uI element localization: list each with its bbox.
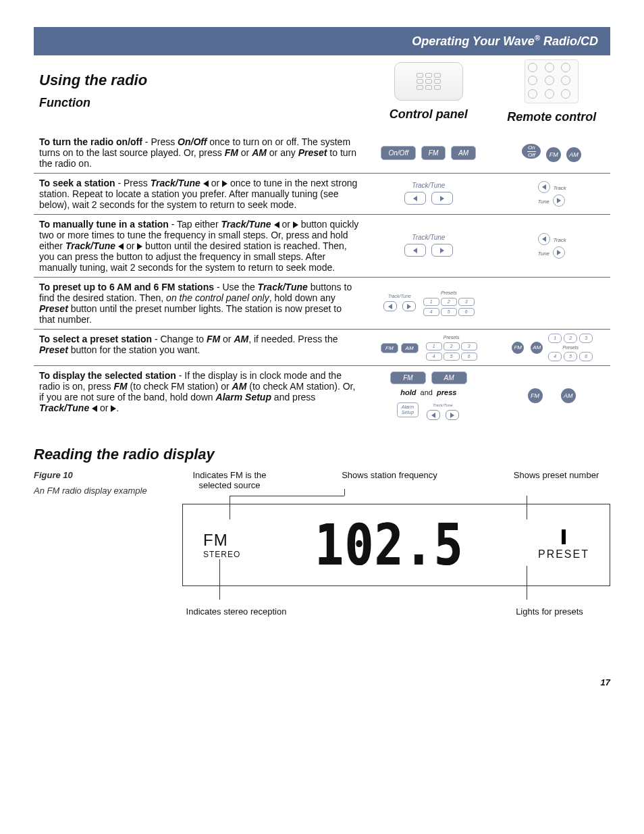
chapter-header: Operating Your Wave® Radio/CD [34,27,610,55]
figure-label: Figure 10 [34,470,169,480]
cp-track-next[interactable] [402,301,416,311]
function-lead: To display the selected station [39,370,176,381]
triangle-left-icon [413,248,417,253]
rc-am-button[interactable]: AM [561,388,576,403]
cp-preset-6[interactable]: 6 [461,353,477,361]
cp-track-prev[interactable] [427,410,440,420]
callout-presets-light: Lights for presets [489,606,610,617]
cp-fm-button[interactable]: FM [381,343,398,353]
triangle-left-icon [92,405,97,412]
section-title: Using the radio [39,72,358,89]
table-row: To seek a station - Press Track/Tune or … [34,174,610,215]
cp-preset-grid: Presets 123 456 [423,290,475,317]
cp-track-prev[interactable] [404,244,426,257]
control-panel-cell: On/Off FM AM [364,132,493,174]
rc-preset-grid: 1 2 3 Presets 4 5 6 [548,334,593,361]
cp-preset-5[interactable]: 5 [441,308,457,316]
cp-preset-1[interactable]: 1 [426,342,442,350]
rc-am-button[interactable]: AM [531,342,543,354]
rc-preset-2[interactable]: 2 [564,334,577,343]
cp-track-next[interactable] [431,192,453,205]
remote-cell: OnOff FM AM [493,132,610,174]
cp-preset-3[interactable]: 3 [461,342,477,350]
cp-track-prev[interactable] [383,301,397,311]
rc-preset-1[interactable]: 1 [548,334,562,343]
lcd-right: PRESET [538,529,589,561]
page-number: 17 [34,677,610,687]
function-lead: To manually tune in a station [39,219,169,230]
cp-tracktune-label: Track/Tune [369,234,487,241]
triangle-right-icon [450,413,454,418]
control-panel-cell: FMAM Presets 123 456 [364,330,493,366]
cp-preset-1[interactable]: 1 [423,298,439,306]
remote-cell [493,278,610,330]
rc-preset-3[interactable]: 3 [579,334,593,343]
cp-preset-4[interactable]: 4 [426,353,442,361]
cp-am-button[interactable]: AM [401,343,419,353]
rc-preset-5[interactable]: 5 [564,352,577,361]
triangle-right-icon [557,198,561,203]
column-header-remote: Remote control [498,110,605,124]
triangle-left-icon [274,221,279,228]
remote-cell: FM AM [493,366,610,426]
function-cell: To select a preset station - Change to F… [34,330,364,366]
cp-tracktune-mini: Track/Tune [425,398,460,421]
control-panel-thumb [394,62,463,101]
control-panel-cell: Track/Tune [364,174,493,215]
rc-fm-button[interactable]: FM [528,388,543,403]
lcd-frequency: 102.5 [315,512,464,578]
remote-cell: FM AM 1 2 3 Presets 4 5 6 [493,330,610,366]
cp-preset-2[interactable]: 2 [444,342,460,350]
cp-preset-grid: Presets 123 456 [425,334,478,361]
cp-track-prev[interactable] [404,192,426,205]
cp-tracktune-label: Track/Tune [369,182,487,189]
cp-preset-5[interactable]: 5 [444,353,460,361]
control-panel-cell: Track/Tune [364,215,493,278]
cp-preset-6[interactable]: 6 [458,308,475,316]
rc-track-prev[interactable] [538,233,550,245]
remote-cell: TrackTune [493,215,610,278]
lcd-left: FM STEREO [203,531,240,559]
triangle-right-icon [111,405,116,412]
callout-preset-number: Shows preset number [502,470,610,490]
triangle-right-icon [293,221,298,228]
cp-preset-2[interactable]: 2 [441,298,457,306]
rc-onoff-button[interactable]: OnOff [522,144,541,159]
rc-am-button[interactable]: AM [566,147,581,162]
cp-track-next[interactable] [446,410,459,420]
column-header-control-panel: Control panel [369,107,487,122]
lcd-preset-label: PRESET [538,548,589,561]
function-cell: To display the selected station - If the… [34,366,364,426]
triangle-left-icon [431,413,435,418]
triangle-right-icon [137,243,142,250]
rc-preset-4[interactable]: 4 [548,352,562,361]
rc-fm-button[interactable]: FM [546,147,561,162]
cp-alarm-setup[interactable]: AlarmSetup [397,402,419,417]
cp-fm-button[interactable]: FM [390,371,425,384]
cp-fmam: FMAM [379,341,420,355]
rc-track-next[interactable] [553,246,565,259]
rc-fm-button[interactable]: FM [512,342,524,354]
column-header-function: Function [39,96,358,110]
rc-track-prev[interactable] [538,181,550,193]
triangle-left-icon [203,180,209,187]
cp-fm-button[interactable]: FM [421,146,446,160]
cp-preset-3[interactable]: 3 [458,298,475,306]
cp-track-next[interactable] [431,244,453,257]
function-lead: To turn the radio on/off [39,136,142,147]
radio-function-table: Using the radio Function Control panel R… [34,55,610,425]
control-panel-cell: FM AM hold and press AlarmSetup Track/Tu… [364,366,493,426]
cp-onoff-button[interactable]: On/Off [381,146,415,160]
cp-am-button[interactable]: AM [451,146,476,160]
function-cell: To seek a station - Press Track/Tune or … [34,174,364,215]
cp-am-button[interactable]: AM [431,371,467,384]
rc-track-next[interactable] [553,194,565,207]
section2-title: Reading the radio display [34,446,610,463]
function-cell: To manually tune in a station - Tap eith… [34,215,364,278]
callout-frequency: Shows station frequency [329,470,450,490]
lcd-frame: FM STEREO 102.5 PRESET [182,504,610,586]
lcd-fm: FM [203,531,240,550]
cp-preset-4[interactable]: 4 [423,308,439,316]
rc-preset-6[interactable]: 6 [579,352,593,361]
triangle-right-icon [440,196,444,201]
